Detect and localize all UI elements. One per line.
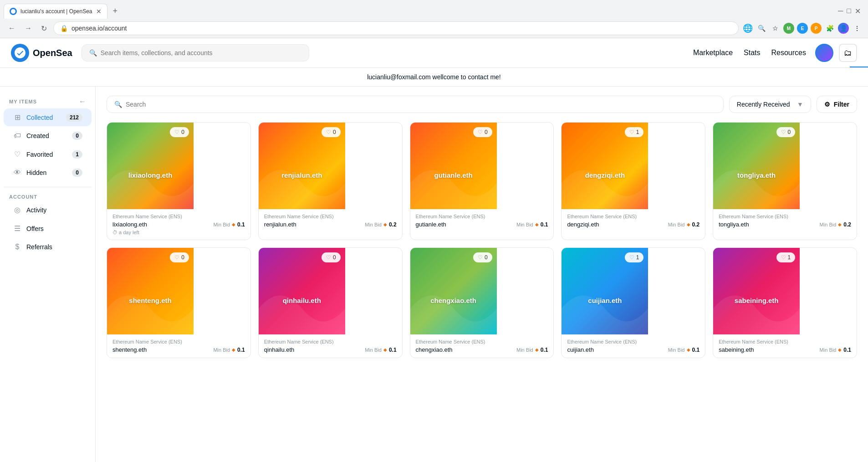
like-count: 0	[485, 254, 488, 261]
reload-button[interactable]: ↻	[38, 22, 50, 35]
bid-label: Min Bid	[668, 222, 685, 227]
nav-marketplace[interactable]: Marketplace	[693, 49, 733, 57]
sidebar-item-collected[interactable]: ⊞ Collected 212	[4, 108, 92, 126]
extension-icon-2[interactable]: E	[797, 23, 808, 34]
url-bar[interactable]: 🔒 opensea.io/account	[53, 21, 739, 35]
nft-collection: Ethereum Name Service (ENS)	[112, 214, 245, 219]
search-icon[interactable]: 🔍	[756, 23, 767, 34]
sidebar-item-offers[interactable]: ☰ Offers	[4, 220, 92, 237]
nft-footer: cuijian.eth Min Bid ◆ 0.1	[567, 346, 700, 353]
main-layout: MY ITEMS ← ⊞ Collected 212 🏷 Created 0 ♡…	[0, 87, 868, 462]
nft-footer: shenteng.eth Min Bid ◆ 0.1	[112, 346, 245, 353]
active-tab[interactable]: lucianliu's account | OpenSea ✕	[4, 4, 107, 19]
content-search-input[interactable]	[126, 101, 716, 108]
nft-image: shenteng.eth ♡ 0	[107, 248, 194, 334]
extensions-button[interactable]: 🧩	[824, 23, 835, 34]
nav-stats[interactable]: Stats	[744, 49, 760, 57]
like-count: 1	[636, 254, 639, 261]
heart-icon: ♡	[629, 129, 634, 135]
nft-card[interactable]: dengziqi.eth ♡ 1 Ethereum Name Service (…	[561, 122, 705, 240]
my-items-section-title: MY ITEMS	[9, 99, 37, 104]
sidebar-back-icon[interactable]: ←	[79, 98, 86, 106]
like-button[interactable]: ♡ 0	[473, 252, 492, 262]
nft-card[interactable]: chengxiao.eth ♡ 0 Ethereum Name Service …	[410, 247, 554, 358]
bookmark-icon[interactable]: ☆	[770, 23, 781, 34]
eth-icon: ◆	[535, 222, 539, 227]
tab-close-button[interactable]: ✕	[96, 8, 102, 15]
nft-title: dengziqi.eth	[567, 221, 599, 228]
nft-card[interactable]: lixiaolong.eth ♡ 0 Ethereum Name Service…	[107, 122, 251, 240]
extension-icon-3[interactable]: P	[811, 23, 822, 34]
forward-button[interactable]: →	[22, 22, 35, 34]
heart-icon: ♡	[781, 254, 786, 261]
new-tab-button[interactable]: +	[109, 5, 122, 18]
sidebar-collected-badge: 212	[66, 113, 82, 122]
nft-grid-row1: lixiaolong.eth ♡ 0 Ethereum Name Service…	[107, 122, 857, 240]
nft-bid: Min Bid ◆ 0.1	[820, 347, 851, 353]
nft-card[interactable]: renjialun.eth ♡ 0 Ethereum Name Service …	[258, 122, 403, 240]
eth-icon: ◆	[535, 347, 539, 352]
filter-button[interactable]: ⚙ Filter	[817, 96, 857, 113]
like-button[interactable]: ♡ 0	[322, 252, 341, 262]
content-search-bar[interactable]: 🔍	[107, 96, 724, 113]
sidebar-item-referrals[interactable]: $ Referrals	[4, 238, 92, 256]
nft-card[interactable]: shenteng.eth ♡ 0 Ethereum Name Service (…	[107, 247, 251, 358]
header-search-bar[interactable]: 🔍	[82, 44, 309, 62]
heart-icon: ♡	[326, 254, 331, 261]
tag-icon: 🏷	[13, 132, 22, 140]
logo[interactable]: OpenSea	[11, 44, 72, 62]
nft-footer: lixiaolong.eth Min Bid ◆ 0.1	[112, 221, 245, 228]
nft-card[interactable]: qinhailu.eth ♡ 0 Ethereum Name Service (…	[258, 247, 403, 358]
maximize-button[interactable]: □	[847, 7, 851, 15]
user-avatar[interactable]	[815, 44, 833, 62]
like-button[interactable]: ♡ 1	[625, 252, 644, 262]
like-button[interactable]: ♡ 0	[473, 127, 492, 137]
like-button[interactable]: ♡ 0	[776, 127, 796, 137]
sidebar-item-created[interactable]: 🏷 Created 0	[4, 127, 92, 144]
nft-image: renjialun.eth ♡ 0	[259, 123, 345, 209]
like-button[interactable]: ♡ 1	[776, 252, 796, 262]
wallet-button[interactable]: 🗂	[839, 44, 857, 62]
nft-name: lixiaolong.eth	[128, 171, 173, 179]
translate-icon[interactable]: 🌐	[742, 23, 753, 34]
nft-info: Ethereum Name Service (ENS) lixiaolong.e…	[107, 209, 250, 240]
nft-info: Ethereum Name Service (ENS) tongliya.eth…	[713, 209, 857, 232]
like-count: 0	[333, 254, 336, 261]
nft-collection: Ethereum Name Service (ENS)	[264, 214, 397, 219]
minimize-button[interactable]: ─	[838, 7, 843, 15]
sidebar-item-favorited[interactable]: ♡ Favorited 1	[4, 145, 92, 163]
more-options-button[interactable]: ⋮	[852, 23, 863, 34]
nft-collection: Ethereum Name Service (ENS)	[416, 214, 548, 219]
nft-card[interactable]: tongliya.eth ♡ 0 Ethereum Name Service (…	[713, 122, 857, 240]
profile-avatar[interactable]: 👤	[838, 23, 849, 34]
nft-name: dengziqi.eth	[585, 171, 625, 179]
eth-icon: ◆	[838, 347, 842, 352]
sidebar-offers-label: Offers	[26, 225, 82, 232]
nft-card[interactable]: gutianle.eth ♡ 0 Ethereum Name Service (…	[410, 122, 554, 240]
bid-label: Min Bid	[820, 222, 837, 227]
like-button[interactable]: ♡ 1	[625, 127, 644, 137]
like-count: 0	[485, 129, 488, 135]
sidebar-item-activity[interactable]: ◎ Activity	[4, 201, 92, 219]
like-button[interactable]: ♡ 0	[170, 127, 189, 137]
extension-icon-1[interactable]: M	[783, 23, 794, 34]
nft-card[interactable]: sabeining.eth ♡ 1 Ethereum Name Service …	[713, 247, 857, 358]
nft-name: tongliya.eth	[737, 171, 776, 179]
sidebar-item-hidden[interactable]: 👁 Hidden 0	[4, 164, 92, 181]
nft-title: gutianle.eth	[416, 221, 446, 228]
sort-dropdown[interactable]: Recently Received ▼	[729, 96, 811, 113]
eth-icon: ◆	[838, 222, 842, 227]
like-count: 0	[181, 254, 184, 261]
like-button[interactable]: ♡ 0	[322, 127, 341, 137]
header-search-input[interactable]	[101, 49, 301, 56]
like-button[interactable]: ♡ 0	[170, 252, 189, 262]
nft-info: Ethereum Name Service (ENS) sabeining.et…	[713, 334, 857, 358]
nft-grid-row2: shenteng.eth ♡ 0 Ethereum Name Service (…	[107, 247, 857, 358]
filter-label: Filter	[834, 101, 849, 108]
nft-card[interactable]: cuijian.eth ♡ 1 Ethereum Name Service (E…	[561, 247, 705, 358]
close-button[interactable]: ✕	[855, 7, 861, 15]
sidebar-favorited-label: Favorited	[26, 151, 67, 158]
back-button[interactable]: ←	[5, 22, 18, 34]
nav-resources[interactable]: Resources	[771, 49, 806, 57]
user-banner: lucianliu@foxmail.com wellcome to contac…	[0, 68, 868, 87]
